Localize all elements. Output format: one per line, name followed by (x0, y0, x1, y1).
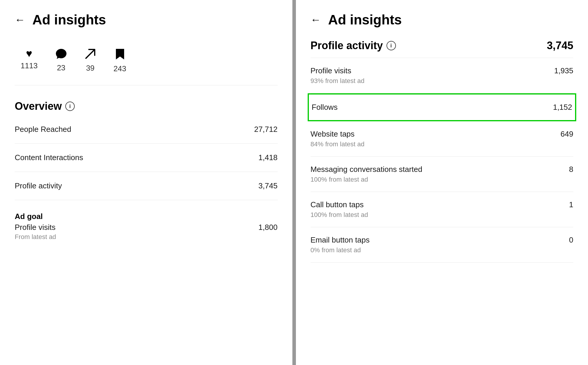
data-row-call-button: Call button taps 100% from latest ad 1 (311, 192, 574, 227)
ad-goal-section: Ad goal Profile visits 1,800 From latest… (15, 212, 278, 241)
ad-goal-value: 1,800 (258, 223, 277, 232)
profile-activity-total: 3,745 (547, 39, 573, 52)
panel-divider (292, 0, 296, 365)
call-button-sublabel: 100% from latest ad (311, 211, 368, 219)
bookmark-icon (115, 48, 125, 62)
messaging-label: Messaging conversations started (311, 165, 422, 174)
call-button-label: Call button taps (311, 200, 368, 209)
call-button-value: 1 (569, 200, 573, 209)
profile-activity-value: 3,745 (258, 181, 277, 190)
email-button-value: 0 (569, 235, 573, 245)
ad-goal-sublabel: From latest ad (15, 233, 278, 241)
website-taps-sublabel: 84% from latest ad (311, 140, 364, 148)
profile-activity-info-icon[interactable]: i (387, 41, 396, 50)
stat-comments: 23 (55, 48, 67, 73)
reached-value: 27,712 (254, 125, 278, 134)
comment-icon (55, 48, 67, 61)
interactions-value: 1,418 (258, 153, 277, 162)
overview-row-reached: People Reached 27,712 (15, 115, 278, 144)
data-row-messaging: Messaging conversations started 100% fro… (311, 157, 574, 192)
left-page-title: Ad insights (32, 12, 106, 28)
right-page-title: Ad insights (328, 12, 402, 28)
stats-row: ♥ 1113 23 39 (15, 39, 278, 85)
comments-count: 23 (57, 63, 65, 72)
data-row-website-taps: Website taps 84% from latest ad 649 (311, 121, 574, 157)
back-button-right[interactable]: ← (311, 14, 321, 25)
right-panel: ← Ad insights Profile activity i 3,745 P… (296, 0, 588, 365)
profile-activity-header: Profile activity i 3,745 (311, 39, 574, 58)
email-button-label: Email button taps (311, 235, 370, 245)
heart-icon: ♥ (26, 48, 32, 59)
saves-count: 243 (114, 64, 126, 73)
data-row-follows: Follows 1,152 (308, 93, 577, 121)
reached-label: People Reached (15, 125, 71, 134)
ad-goal-row: Profile visits 1,800 (15, 223, 278, 232)
data-row-email-button: Email button taps 0% from latest ad 0 (311, 227, 574, 263)
stat-saves: 243 (114, 48, 126, 73)
profile-activity-title: Profile activity (311, 39, 383, 52)
overview-info-icon[interactable]: i (65, 102, 75, 111)
profile-activity-label: Profile activity (15, 181, 62, 190)
data-row-profile-visits: Profile visits 93% from latest ad 1,935 (311, 58, 574, 93)
overview-row-profile-activity: Profile activity 3,745 (15, 172, 278, 200)
profile-visits-label: Profile visits (311, 66, 364, 75)
overview-section: Overview i People Reached 27,712 Content… (15, 100, 278, 200)
overview-row-interactions: Content Interactions 1,418 (15, 144, 278, 172)
messaging-value: 8 (569, 165, 573, 174)
messaging-sublabel: 100% from latest ad (311, 176, 422, 183)
right-header: ← Ad insights (311, 12, 574, 28)
interactions-label: Content Interactions (15, 153, 83, 162)
profile-visits-sublabel: 93% from latest ad (311, 77, 364, 85)
stat-likes: ♥ 1113 (21, 48, 38, 73)
shares-count: 39 (86, 64, 94, 73)
email-button-sublabel: 0% from latest ad (311, 246, 370, 254)
stat-shares: 39 (85, 48, 96, 73)
overview-title: Overview (15, 100, 62, 112)
left-panel: ← Ad insights ♥ 1113 23 39 (0, 0, 292, 365)
likes-count: 1113 (21, 61, 38, 70)
profile-visits-value: 1,935 (554, 66, 573, 75)
website-taps-value: 649 (561, 130, 573, 139)
follows-label: Follows (312, 103, 338, 112)
left-header: ← Ad insights (15, 12, 278, 28)
back-button-left[interactable]: ← (15, 14, 25, 25)
follows-value: 1,152 (553, 103, 572, 112)
share-icon (85, 48, 96, 61)
website-taps-label: Website taps (311, 130, 364, 139)
ad-goal-title: Ad goal (15, 212, 278, 221)
ad-goal-label: Profile visits (15, 223, 56, 232)
